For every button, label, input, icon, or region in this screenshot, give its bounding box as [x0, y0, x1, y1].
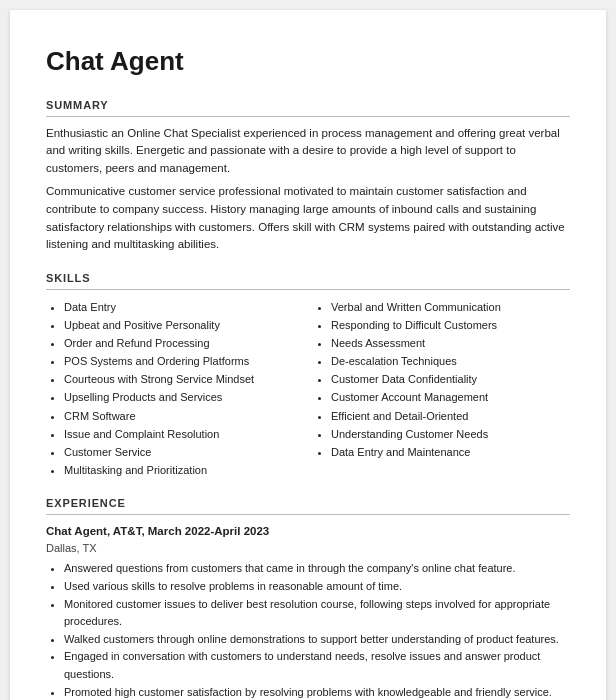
- job-1-location: Dallas, TX: [46, 540, 570, 557]
- skill-right-6: Efficient and Detail-Oriented: [331, 407, 570, 425]
- summary-section-label: SUMMARY: [46, 97, 570, 117]
- skills-grid: Data EntryUpbeat and Positive Personalit…: [46, 298, 570, 479]
- skill-left-3: POS Systems and Ordering Platforms: [64, 352, 303, 370]
- job-1-title: Chat Agent, AT&T, March 2022-April 2023: [46, 523, 570, 540]
- summary-paragraph-2: Communicative customer service professio…: [46, 183, 570, 254]
- skill-right-3: De-escalation Techniques: [331, 352, 570, 370]
- skill-left-6: CRM Software: [64, 407, 303, 425]
- skill-left-8: Customer Service: [64, 443, 303, 461]
- job-1-bullet-3: Walked customers through online demonstr…: [64, 631, 570, 649]
- skill-left-9: Multitasking and Prioritization: [64, 461, 303, 479]
- skill-right-1: Responding to Difficult Customers: [331, 316, 570, 334]
- skill-right-8: Data Entry and Maintenance: [331, 443, 570, 461]
- skill-right-7: Understanding Customer Needs: [331, 425, 570, 443]
- skill-left-7: Issue and Complaint Resolution: [64, 425, 303, 443]
- skill-left-2: Order and Refund Processing: [64, 334, 303, 352]
- skills-right-column: Verbal and Written CommunicationRespondi…: [313, 298, 570, 479]
- job-1-bullet-0: Answered questions from customers that c…: [64, 560, 570, 578]
- skill-right-2: Needs Assessment: [331, 334, 570, 352]
- experience-section-label: EXPERIENCE: [46, 495, 570, 515]
- resume-title: Chat Agent: [46, 42, 570, 81]
- skills-left-column: Data EntryUpbeat and Positive Personalit…: [46, 298, 303, 479]
- skills-right-list: Verbal and Written CommunicationRespondi…: [313, 298, 570, 461]
- job-1-bullet-4: Engaged in conversation with customers t…: [64, 648, 570, 683]
- skills-section-label: SKILLS: [46, 270, 570, 290]
- skill-left-5: Upselling Products and Services: [64, 388, 303, 406]
- resume-document: Chat Agent SUMMARY Enthusiastic an Onlin…: [10, 10, 606, 700]
- skill-right-4: Customer Data Confidentiality: [331, 370, 570, 388]
- skill-right-5: Customer Account Management: [331, 388, 570, 406]
- job-1-bullets: Answered questions from customers that c…: [46, 560, 570, 700]
- job-1-bullet-1: Used various skills to resolve problems …: [64, 578, 570, 596]
- skill-left-0: Data Entry: [64, 298, 303, 316]
- skill-left-4: Courteous with Strong Service Mindset: [64, 370, 303, 388]
- summary-paragraph-1: Enthusiastic an Online Chat Specialist e…: [46, 125, 570, 178]
- job-1-bullet-5: Promoted high customer satisfaction by r…: [64, 684, 570, 701]
- skill-left-1: Upbeat and Positive Personality: [64, 316, 303, 334]
- skill-right-0: Verbal and Written Communication: [331, 298, 570, 316]
- job-1-bullet-2: Monitored customer issues to deliver bes…: [64, 596, 570, 631]
- skills-left-list: Data EntryUpbeat and Positive Personalit…: [46, 298, 303, 479]
- job-1-bullet-list: Answered questions from customers that c…: [46, 560, 570, 700]
